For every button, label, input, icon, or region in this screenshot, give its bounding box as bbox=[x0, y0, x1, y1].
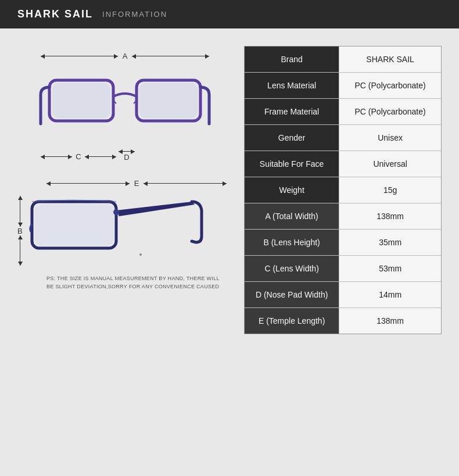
specs-label: D (Nose Pad Width) bbox=[245, 282, 339, 307]
diagram-bottom: E B bbox=[17, 179, 232, 291]
specs-row: E (Temple Length)138mm bbox=[245, 308, 441, 334]
arrow-b-vert-line bbox=[20, 196, 20, 227]
glasses-front-svg bbox=[38, 63, 212, 144]
svg-rect-2 bbox=[52, 83, 110, 118]
arrow-e-row: E bbox=[46, 179, 227, 188]
specs-row: Suitable For FaceUniversal bbox=[245, 151, 441, 177]
specs-label: Lens Material bbox=[245, 73, 339, 98]
specs-row: B (Lens Height)35mm bbox=[245, 230, 441, 256]
arrow-a-line-right bbox=[132, 56, 209, 56]
diagram-top: A bbox=[17, 52, 232, 162]
label-b: B bbox=[17, 227, 23, 235]
arrow-c-line-right bbox=[85, 156, 116, 157]
glasses-front-view bbox=[38, 63, 212, 144]
arrow-a-line bbox=[41, 56, 118, 56]
specs-value: 35mm bbox=[339, 230, 441, 255]
specs-value: 138mm bbox=[339, 203, 441, 229]
svg-rect-7 bbox=[35, 205, 113, 245]
svg-point-8 bbox=[113, 209, 119, 215]
specs-value: Unisex bbox=[339, 125, 441, 151]
specs-row: BrandSHARK SAIL bbox=[245, 46, 441, 73]
arrows-cd: C D bbox=[41, 151, 209, 162]
main-content: A bbox=[0, 28, 459, 472]
side-view-container: B bbox=[17, 190, 232, 266]
specs-label: A (Total Width) bbox=[245, 203, 339, 229]
specs-value: 53mm bbox=[339, 256, 441, 281]
arrow-c: C bbox=[41, 152, 116, 161]
specs-value: PC (Polycarbonate) bbox=[339, 73, 441, 98]
specs-label: Weight bbox=[245, 177, 339, 203]
arrow-e-line bbox=[46, 183, 130, 184]
specs-row: GenderUnisex bbox=[245, 125, 441, 151]
specs-value: 15g bbox=[339, 177, 441, 203]
arrow-d-horiz bbox=[119, 151, 135, 152]
arrow-c-line bbox=[41, 156, 72, 157]
svg-rect-3 bbox=[139, 83, 198, 118]
specs-value: 138mm bbox=[339, 308, 441, 334]
label-a: A bbox=[123, 52, 128, 60]
specs-row: Lens MaterialPC (Polycarbonate) bbox=[245, 73, 441, 99]
specs-label: E (Temple Length) bbox=[245, 308, 339, 334]
specs-label: Suitable For Face bbox=[245, 151, 339, 177]
arrow-e-line-right bbox=[144, 183, 227, 184]
arrow-d: D bbox=[119, 151, 135, 162]
arrow-a-row: A bbox=[41, 52, 209, 60]
specs-table: BrandSHARK SAILLens MaterialPC (Polycarb… bbox=[244, 46, 442, 334]
arrow-b-vert-line-bottom bbox=[20, 235, 20, 266]
glasses-side-svg bbox=[26, 190, 206, 266]
left-panel: A bbox=[17, 46, 232, 460]
specs-label: Frame Material bbox=[245, 99, 339, 124]
specs-label: B (Lens Height) bbox=[245, 230, 339, 255]
header-subtitle: INFORMATION bbox=[102, 10, 167, 19]
specs-label: C (Lens Width) bbox=[245, 256, 339, 281]
specs-row: Weight15g bbox=[245, 177, 441, 203]
specs-value: Universal bbox=[339, 151, 441, 177]
specs-row: D (Nose Pad Width)14mm bbox=[245, 282, 441, 308]
label-d: D bbox=[124, 153, 129, 162]
note-text: PS: THE SIZE IS MANUAL MEASUREMENT BY HA… bbox=[46, 275, 227, 291]
brand-name: SHARK SAIL bbox=[17, 8, 93, 20]
label-e: E bbox=[134, 179, 139, 188]
note-dot bbox=[139, 253, 142, 256]
right-panel: BrandSHARK SAILLens MaterialPC (Polycarb… bbox=[244, 46, 442, 460]
header: SHARK SAIL INFORMATION bbox=[0, 0, 459, 28]
specs-row: A (Total Width)138mm bbox=[245, 203, 441, 230]
specs-value: PC (Polycarbonate) bbox=[339, 99, 441, 124]
label-c: C bbox=[76, 152, 81, 161]
specs-value: 14mm bbox=[339, 282, 441, 307]
specs-label: Gender bbox=[245, 125, 339, 151]
specs-value: SHARK SAIL bbox=[339, 46, 441, 72]
arrow-b-vert: B bbox=[17, 196, 23, 266]
arrow-d-horiz-line bbox=[119, 151, 135, 152]
specs-row: Frame MaterialPC (Polycarbonate) bbox=[245, 99, 441, 125]
specs-label: Brand bbox=[245, 46, 339, 72]
specs-row: C (Lens Width)53mm bbox=[245, 256, 441, 282]
